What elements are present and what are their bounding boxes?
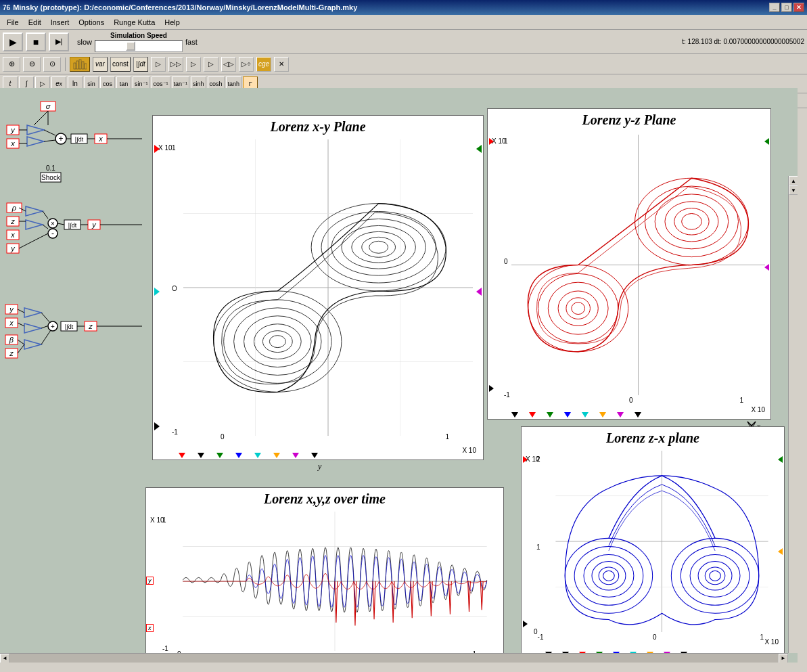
time-y-input: y bbox=[146, 577, 154, 585]
svg-text:z: z bbox=[88, 322, 93, 330]
scroll-up-button[interactable]: ▲ bbox=[789, 176, 798, 185]
svg-point-36 bbox=[665, 202, 718, 242]
svg-text:z: z bbox=[10, 217, 15, 225]
graph-time: Lorenz x,y,z over time X 10 X 100 1 -1 0… bbox=[145, 487, 504, 663]
menu-options[interactable]: Options bbox=[74, 17, 108, 28]
integral-button[interactable]: |∫dt bbox=[133, 57, 148, 72]
scroll-left-button[interactable]: ◄ bbox=[0, 654, 9, 663]
graph-yz-title: Lorenz y-z Plane bbox=[488, 112, 770, 128]
time-y1: 1 bbox=[162, 516, 166, 524]
bottom-markers-xy bbox=[179, 453, 318, 458]
yz-m5 bbox=[582, 412, 589, 418]
xy-y-axis-label: X 10 bbox=[158, 144, 172, 152]
svg-marker-65 bbox=[27, 125, 44, 135]
zx-marker-orange bbox=[778, 548, 783, 555]
arrow-btn-3[interactable]: ▷ bbox=[186, 57, 201, 72]
svg-text:+: + bbox=[58, 134, 63, 143]
maximize-button[interactable]: □ bbox=[781, 3, 792, 12]
marker-xy-cyan-left bbox=[154, 288, 160, 296]
play-button[interactable]: ▶ bbox=[3, 32, 23, 51]
arrow-btn-5[interactable]: ◁▷ bbox=[221, 57, 236, 72]
yz-marker-red bbox=[489, 138, 494, 145]
const-button[interactable]: const bbox=[110, 57, 131, 72]
svg-point-31 bbox=[566, 298, 591, 319]
svg-point-47 bbox=[565, 538, 652, 613]
scroll-down-button[interactable]: ▼ bbox=[789, 185, 798, 195]
yz-m3 bbox=[547, 412, 553, 418]
svg-point-32 bbox=[572, 303, 585, 315]
xy-ym1: -1 bbox=[172, 428, 178, 436]
arrow-btn-7[interactable]: ✕ bbox=[274, 57, 289, 72]
svg-point-56 bbox=[698, 562, 732, 591]
scrollbar-right[interactable]: ▲ ▼ bbox=[788, 176, 798, 653]
svg-text:|∫dt: |∫dt bbox=[75, 136, 84, 143]
m2 bbox=[198, 453, 204, 458]
svg-text:Shock: Shock bbox=[41, 174, 61, 181]
svg-rect-0 bbox=[74, 63, 76, 69]
graph-zx-svg bbox=[545, 451, 779, 632]
var-label: var bbox=[95, 60, 105, 68]
sim-speed-thumb[interactable] bbox=[126, 41, 135, 51]
menu-file[interactable]: File bbox=[3, 17, 23, 28]
sim-speed-slider[interactable] bbox=[95, 40, 183, 52]
arrow-btn-1[interactable]: ▷ bbox=[151, 57, 166, 72]
arrow-btn-6[interactable]: ▷÷ bbox=[239, 57, 254, 72]
marker-xy-red-left bbox=[154, 145, 160, 153]
menu-insert[interactable]: Insert bbox=[47, 17, 74, 28]
svg-point-16 bbox=[262, 331, 292, 353]
arrow-btn-4[interactable]: ▷ bbox=[204, 57, 218, 72]
yz-marker-green bbox=[764, 138, 769, 145]
scroll-htrack[interactable] bbox=[9, 654, 779, 663]
minimize-button[interactable]: _ bbox=[769, 3, 780, 12]
copy-btn[interactable]: cge bbox=[256, 57, 271, 72]
fast-label: fast bbox=[185, 38, 198, 46]
scrollbar-bottom[interactable]: ◄ ► bbox=[0, 653, 788, 663]
svg-point-48 bbox=[574, 546, 643, 605]
yz-m6 bbox=[599, 412, 606, 418]
close-button[interactable]: ✕ bbox=[793, 3, 804, 12]
menu-runge-kutta[interactable]: Runge Kutta bbox=[110, 17, 159, 28]
zx-x1: 1 bbox=[760, 633, 764, 641]
svg-text:x: x bbox=[10, 139, 15, 148]
zx-y2: 2 bbox=[536, 455, 540, 463]
zx-xm1: -1 bbox=[538, 633, 544, 641]
svg-marker-119 bbox=[24, 308, 41, 317]
svg-point-20 bbox=[331, 219, 425, 275]
svg-text:σ: σ bbox=[46, 102, 51, 110]
canvas-area[interactable]: Lorenz x-y Plane X 10 X 10 1 O -1 0 1 bbox=[0, 88, 798, 663]
window-title: Minsky (prototype): D:/economic/Conferen… bbox=[10, 3, 769, 12]
yz-m4 bbox=[564, 412, 571, 418]
svg-marker-66 bbox=[27, 137, 44, 146]
arrow-btn-2[interactable]: ▷▷ bbox=[168, 57, 183, 72]
svg-point-58 bbox=[710, 570, 721, 581]
yz-m2 bbox=[529, 412, 536, 418]
graph-zx-plane: Lorenz z-x plane X 10 X 10 2 1 0 -1 0 1 bbox=[521, 426, 785, 663]
stop-button[interactable]: ■ bbox=[26, 32, 46, 51]
scroll-right-button[interactable]: ► bbox=[779, 654, 788, 663]
window-controls: _ □ ✕ bbox=[769, 3, 804, 12]
var-button[interactable]: var bbox=[93, 57, 108, 72]
m5 bbox=[254, 453, 261, 458]
zoom-out-button[interactable]: ⊖ bbox=[23, 57, 41, 72]
svg-point-11 bbox=[214, 291, 342, 392]
svg-text:|∫dt: |∫dt bbox=[68, 222, 77, 229]
histogram-button[interactable] bbox=[70, 57, 90, 72]
menu-edit[interactable]: Edit bbox=[24, 17, 45, 28]
zoom-reset-button[interactable]: ⊙ bbox=[43, 57, 61, 72]
integral-label: |∫dt bbox=[136, 60, 145, 68]
menu-help[interactable]: Help bbox=[160, 17, 184, 28]
zx-marker-black bbox=[523, 621, 528, 627]
graph-yz-svg bbox=[511, 133, 765, 397]
svg-point-23 bbox=[362, 237, 396, 257]
svg-point-51 bbox=[599, 567, 619, 585]
svg-text:+: + bbox=[51, 323, 55, 330]
svg-point-38 bbox=[682, 214, 702, 230]
xy-y0: O bbox=[172, 285, 177, 292]
graph-time-title: Lorenz x,y,z over time bbox=[146, 491, 503, 507]
svg-line-84 bbox=[34, 111, 48, 125]
svg-point-13 bbox=[234, 308, 321, 376]
zoom-in-button[interactable]: ⊕ bbox=[3, 57, 20, 72]
toolbar-playback: ▶ ■ ▶| slow Simulation Speed fast t: 128… bbox=[0, 30, 807, 54]
step-button[interactable]: ▶| bbox=[49, 32, 69, 51]
svg-point-30 bbox=[558, 291, 598, 326]
